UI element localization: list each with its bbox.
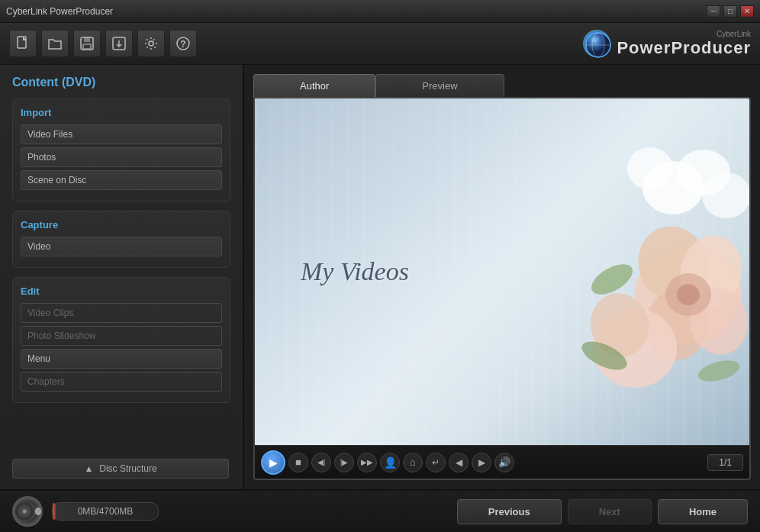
edit-section-title: Edit [21,285,222,297]
import-video-files[interactable]: Video Files [21,124,222,144]
home-button[interactable]: ⌂ [403,453,423,472]
edit-menu[interactable]: Menu [21,349,222,369]
close-button[interactable]: ✕ [740,5,754,18]
tab-bar: Author Preview [253,74,751,97]
disc-structure-triangle-icon: ▲ [84,463,93,474]
bottom-navigation: Previous Next Home [457,499,748,524]
flower-decoration [536,98,749,445]
preview-video-title: My Videos [301,257,409,286]
import-section: Import Video Files Photos Scene on Disc [12,98,230,202]
preview-area: My Videos [253,97,751,480]
import-photos[interactable]: Photos [21,147,222,167]
svg-point-28 [677,284,700,305]
tab-preview[interactable]: Preview [375,74,504,97]
frame-forward-button[interactable]: |▶ [334,453,354,472]
edit-chapters: Chapters [21,372,222,392]
fast-forward-button[interactable]: ▶▶ [357,453,377,472]
frame-back-button[interactable]: ◀| [311,453,331,472]
play-button[interactable]: ▶ [261,450,285,475]
open-icon[interactable] [41,30,69,57]
import-section-title: Import [21,107,222,118]
enter-icon: ↵ [432,457,440,468]
person-icon: 👤 [384,456,397,469]
logo-cyberlink: CyberLink [617,30,751,38]
logo-powerproducer: PowerProducer [617,38,751,57]
svg-rect-0 [18,37,26,48]
bottom-bar: 0MB/4700MB Previous Next Home [0,489,760,532]
next-button: Next [568,499,652,524]
prev-track-icon: ◀ [456,457,462,468]
svg-rect-3 [83,44,91,49]
home-icon: ⌂ [410,456,416,468]
tab-author[interactable]: Author [253,74,375,97]
svg-point-32 [23,510,26,513]
disc-capacity-fill [53,503,56,520]
svg-text:?: ? [180,39,185,50]
volume-icon: 🔊 [498,456,510,468]
logo-globe-icon [583,30,610,57]
page-indicator: 1/1 [707,454,743,471]
person-button[interactable]: 👤 [380,453,400,472]
next-track-icon: ▶ [478,457,485,468]
content-title: Content (DVD) [12,76,230,89]
logo-text: CyberLink PowerProducer [617,30,751,58]
capture-video[interactable]: Video [21,237,222,256]
playback-controls: ▶ ■ ◀| |▶ ▶▶ 👤 ⌂ [255,445,749,479]
disc-capacity-text: 0MB/4700MB [78,506,134,517]
help-icon[interactable]: ? [169,30,197,57]
previous-button[interactable]: Previous [457,499,562,524]
svg-point-6 [149,41,153,46]
next-track-button[interactable]: ▶ [472,453,491,472]
toolbar-icons: ? [9,30,197,57]
stop-icon: ■ [295,456,301,468]
logo: CyberLink PowerProducer [583,30,751,58]
preview-image: My Videos [255,98,749,445]
stop-button[interactable]: ■ [288,453,308,472]
edit-photo-slideshow: Photo Slideshow [21,326,222,346]
svg-point-23 [702,172,749,218]
settings-icon[interactable] [137,30,165,57]
disc-structure-label: Disc Structure [99,463,156,474]
frame-forward-icon: |▶ [340,458,349,466]
prev-track-button[interactable]: ◀ [449,453,469,472]
minimize-button[interactable]: ─ [707,5,720,18]
window-controls: ─ □ ✕ [707,5,754,18]
frame-back-icon: ◀| [317,458,326,466]
svg-point-26 [696,356,742,385]
app-title: CyberLink PowerProducer [6,6,113,17]
play-icon: ▶ [269,456,278,469]
disc-capacity-indicator: 0MB/4700MB [52,502,159,521]
titlebar: CyberLink PowerProducer ─ □ ✕ [0,0,760,23]
main-area: Content (DVD) Import Video Files Photos … [0,65,760,489]
disc-structure-button[interactable]: ▲ Disc Structure [12,459,229,479]
disc-icon [12,496,43,527]
toolbar: ? CyberLink PowerProducer [0,23,760,65]
maximize-button[interactable]: □ [723,5,737,18]
svg-rect-2 [84,37,90,42]
capture-section: Capture Video [12,211,230,268]
right-panel: Author Preview [244,65,760,489]
save-icon[interactable] [73,30,101,57]
edit-section: Edit Video Clips Photo Slideshow Menu Ch… [12,277,230,403]
new-icon[interactable] [9,30,37,57]
svg-point-22 [627,147,673,190]
export-icon[interactable] [105,30,133,57]
import-scene-on-disc[interactable]: Scene on Disc [21,170,222,190]
capture-section-title: Capture [21,219,222,231]
left-panel: Content (DVD) Import Video Files Photos … [0,65,244,489]
fast-forward-icon: ▶▶ [361,458,373,466]
enter-button[interactable]: ↵ [426,453,446,472]
edit-video-clips: Video Clips [21,303,222,323]
volume-button[interactable]: 🔊 [494,453,514,472]
home-nav-button[interactable]: Home [658,499,748,524]
